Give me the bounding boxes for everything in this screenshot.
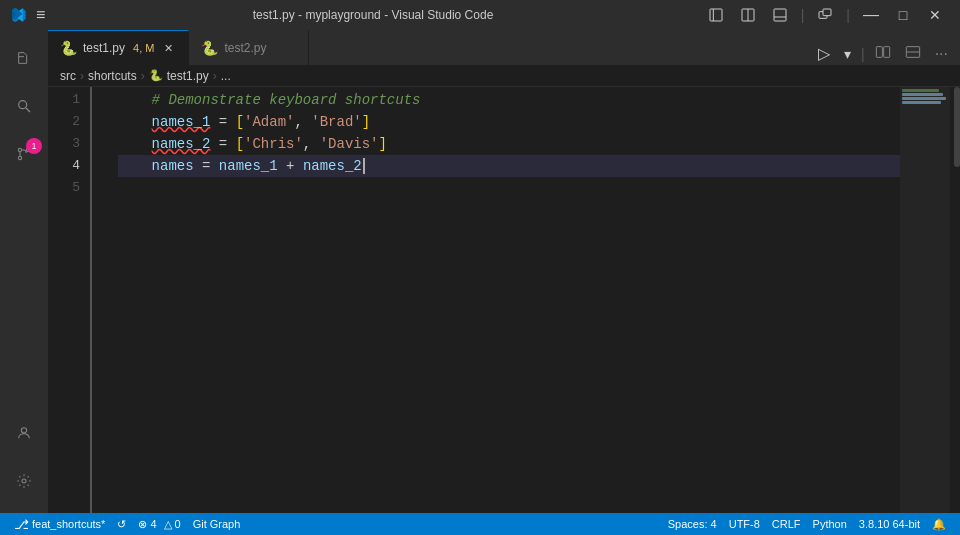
- svg-rect-7: [823, 9, 831, 16]
- code-var-names2b: names_2: [303, 155, 362, 177]
- tab-test1[interactable]: 🐍 test1.py 4, M ✕: [48, 30, 189, 65]
- line-number-4: 4: [48, 155, 80, 177]
- code-str-chris: 'Chris': [244, 133, 303, 155]
- activity-item-settings[interactable]: [0, 457, 48, 505]
- error-icon: ⊗: [138, 518, 147, 531]
- line-numbers: 1 2 3 4 5: [48, 87, 90, 513]
- status-sync[interactable]: ↺: [111, 513, 132, 535]
- branch-name: feat_shortcuts*: [32, 518, 105, 530]
- status-notifications[interactable]: 🔔: [926, 513, 952, 535]
- svg-point-15: [22, 479, 26, 483]
- line-number-1: 1: [48, 89, 80, 111]
- git-graph-label: Git Graph: [193, 518, 241, 530]
- code-lines[interactable]: # Demonstrate keyboard shortcuts names_1…: [110, 87, 900, 513]
- python-version-label: 3.8.10 64-bit: [859, 518, 920, 530]
- code-str-brad: 'Brad': [311, 111, 361, 133]
- title-bar: ≡ test1.py - myplayground - Visual Studi…: [0, 0, 960, 30]
- breadcrumb-more[interactable]: ...: [221, 69, 231, 83]
- editor-gutter: [90, 87, 110, 513]
- code-comma: ,: [294, 111, 311, 133]
- panel-toggle-btn[interactable]: [765, 5, 795, 25]
- tab1-label: test1.py: [83, 41, 125, 55]
- minimize-btn[interactable]: —: [856, 5, 886, 25]
- encoding-label: UTF-8: [729, 518, 760, 530]
- notification-icon: 🔔: [932, 518, 946, 531]
- run-btn[interactable]: ▷: [814, 42, 834, 65]
- line-number-5: 5: [48, 177, 80, 199]
- tabs-bar: 🐍 test1.py 4, M ✕ 🐍 test2.py ▷ ▾ |: [48, 30, 960, 65]
- close-btn[interactable]: ✕: [920, 5, 950, 25]
- svg-rect-16: [876, 47, 882, 58]
- svg-point-13: [18, 156, 21, 159]
- code-var-names1b: names_1: [219, 155, 278, 177]
- minimap-line4: [902, 101, 941, 104]
- breadcrumb-py-icon: 🐍: [149, 69, 163, 82]
- activity-item-source-control[interactable]: 1: [0, 130, 48, 178]
- code-op: =: [210, 111, 235, 133]
- code-str-adam: 'Adam': [244, 111, 294, 133]
- more-actions-btn[interactable]: ···: [931, 43, 952, 65]
- breadcrumb-sep1: ›: [80, 69, 84, 83]
- maximize-btn[interactable]: □: [888, 5, 918, 25]
- tab1-close-btn[interactable]: ✕: [160, 40, 176, 56]
- text-cursor: [363, 158, 365, 174]
- breadcrumb-src[interactable]: src: [60, 69, 76, 83]
- run-dropdown-btn[interactable]: ▾: [840, 44, 855, 64]
- panel-layout-btn[interactable]: [901, 42, 925, 65]
- minimap-line1: [902, 89, 939, 92]
- code-line-5: [118, 177, 900, 199]
- python-icon-tab2: 🐍: [201, 40, 218, 56]
- breadcrumb: src › shortcuts › 🐍 test1.py › ...: [48, 65, 960, 87]
- code-editor[interactable]: 1 2 3 4 5 # Demonstrate keyboard shortcu…: [48, 87, 960, 513]
- title-bar-left: ≡: [10, 6, 45, 24]
- multi-window-btn[interactable]: [810, 5, 840, 25]
- code-op: =: [210, 133, 235, 155]
- status-bar: ⎇ feat_shortcuts* ↺ ⊗ 4 △ 0 Git Graph Sp…: [0, 513, 960, 535]
- code-indent: [118, 111, 152, 133]
- code-line-2: names_1 = [ 'Adam' , 'Brad' ]: [118, 111, 900, 133]
- activity-item-account[interactable]: [0, 409, 48, 457]
- title-text: test1.py - myplayground - Visual Studio …: [253, 8, 494, 22]
- sidebar-toggle-btn[interactable]: [701, 5, 731, 25]
- status-line-ending[interactable]: CRLF: [766, 513, 807, 535]
- split-editor-btn[interactable]: [871, 42, 895, 65]
- vertical-scrollbar[interactable]: [950, 87, 960, 513]
- status-git-graph[interactable]: Git Graph: [187, 513, 247, 535]
- code-bracket-close: ]: [362, 111, 370, 133]
- breadcrumb-sep3: ›: [213, 69, 217, 83]
- minimap-line2: [902, 93, 943, 96]
- code-var-names2: names_2: [152, 133, 211, 155]
- breadcrumb-shortcuts[interactable]: shortcuts: [88, 69, 137, 83]
- code-bracket-close2: ]: [378, 133, 386, 155]
- tab1-badge: 4, M: [133, 42, 154, 54]
- breadcrumb-sep2: ›: [141, 69, 145, 83]
- editor-layout-btn[interactable]: [733, 5, 763, 25]
- error-count: 4: [150, 518, 156, 530]
- status-spaces[interactable]: Spaces: 4: [662, 513, 723, 535]
- tab-test2[interactable]: 🐍 test2.py: [189, 30, 309, 65]
- activity-item-explorer[interactable]: [0, 34, 48, 82]
- scrollbar-thumb[interactable]: [954, 87, 960, 167]
- sync-icon: ↺: [117, 518, 126, 531]
- status-errors[interactable]: ⊗ 4 △ 0: [132, 513, 186, 535]
- status-language[interactable]: Python: [807, 513, 853, 535]
- status-encoding[interactable]: UTF-8: [723, 513, 766, 535]
- line-number-2: 2: [48, 111, 80, 133]
- warning-count: 0: [175, 518, 181, 530]
- git-branch-icon: ⎇: [14, 517, 29, 532]
- breadcrumb-file[interactable]: test1.py: [167, 69, 209, 83]
- tabs-actions: ▷ ▾ | ···: [806, 42, 960, 65]
- code-indent: [118, 133, 152, 155]
- svg-rect-4: [774, 9, 786, 21]
- activity-item-search[interactable]: [0, 82, 48, 130]
- code-bracket-open: [: [236, 111, 244, 133]
- svg-rect-0: [710, 9, 722, 21]
- code-plus: +: [278, 155, 303, 177]
- status-branch[interactable]: ⎇ feat_shortcuts*: [8, 513, 111, 535]
- code-str-davis: 'Davis': [320, 133, 379, 155]
- menu-icon[interactable]: ≡: [36, 6, 45, 24]
- code-var-names1: names_1: [152, 111, 211, 133]
- status-python-version[interactable]: 3.8.10 64-bit: [853, 513, 926, 535]
- svg-point-9: [19, 101, 27, 109]
- python-icon-tab1: 🐍: [60, 40, 77, 56]
